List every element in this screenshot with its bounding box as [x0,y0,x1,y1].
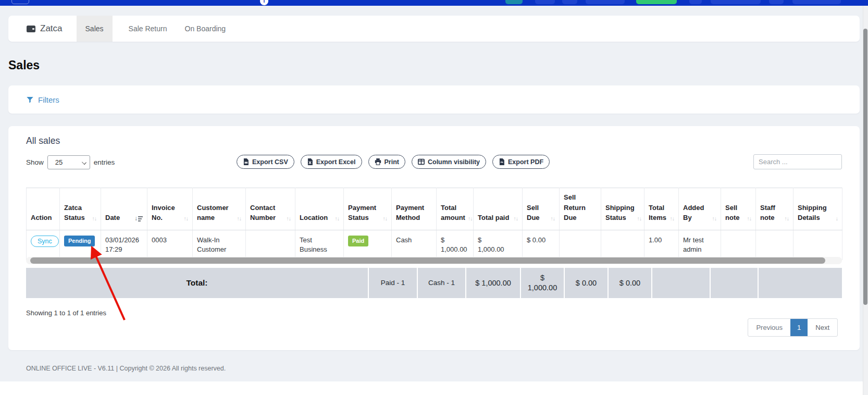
vertical-scrollbar-thumb[interactable] [863,29,867,305]
col-contact-number[interactable]: Contact Number↑↓ [246,188,295,230]
brand-zatca: Zatca [8,16,77,42]
bottom-strip [0,381,868,395]
total-amount: $ 1,000.00 [466,268,521,298]
printer-icon [375,158,381,165]
sort-icon: ↑↓ [747,215,752,223]
col-total-items[interactable]: Total Items↑↓ [644,188,679,230]
col-payment-method: Payment Method [392,188,437,230]
col-staff-note[interactable]: Staff note↑↓ [756,188,793,230]
table-header-row: Action Zatca Status↑↓ Date↓ Invoice No.↑… [27,188,842,230]
col-zatca-status[interactable]: Zatca Status↑↓ [60,188,101,230]
footer-copyright: ONLINE OFFICE LIVE - V6.11 | Copyright ©… [26,365,226,372]
total-sell-return-due: $ 0.00 [609,268,652,298]
file-pdf-icon [499,158,505,165]
cell-contact-number [246,230,295,260]
top-navbar: i [0,0,868,6]
entries-summary: Showing 1 to 1 of 1 entries [26,309,106,317]
horizontal-scrollbar-thumb[interactable] [30,257,825,264]
col-sell-note[interactable]: Sell note↑↓ [721,188,756,230]
col-shipping-details[interactable]: Shipping Details↓ [793,188,842,230]
total-empty-cell [652,268,711,298]
navbar-button-fragment[interactable] [689,0,702,4]
section-title: All sales [26,135,60,146]
table-controls: Show 25 entries Export CSV Export Excel … [26,153,842,172]
col-customer-name[interactable]: Customer name↑↓ [193,188,246,230]
total-empty-cell [759,268,839,298]
export-excel-button[interactable]: Export Excel [301,155,362,169]
col-added-by[interactable]: Added By↑↓ [679,188,721,230]
cell-added-by: Mr test admin [679,230,721,260]
cell-sell-return-due [560,230,601,260]
sync-button[interactable]: Sync [31,236,59,247]
cell-zatca-status: Pending [60,230,101,260]
page-length-select[interactable]: 25 [47,155,90,169]
sort-icon: ↓ [836,215,838,223]
cell-payment-method: Cash [392,230,437,260]
file-excel-icon [307,158,313,165]
filters-toggle[interactable]: Filters [26,95,59,104]
export-pdf-button[interactable]: Export PDF [492,155,550,169]
cell-invoice-no: 0003 [147,230,193,260]
show-label: Show [26,158,44,166]
tab-bar: Zatca Sales Sale Return On Boarding [8,16,860,42]
table-total-row: Total: Paid - 1 Cash - 1 $ 1,000.00 $ 1,… [26,268,842,298]
sort-icon: ↑↓ [785,215,789,223]
column-visibility-button[interactable]: Column visibility [412,155,486,169]
col-invoice-no[interactable]: Invoice No.↑↓ [147,188,193,230]
total-payment-method: Cash - 1 [418,268,466,298]
page-1-button[interactable]: 1 [790,319,808,336]
sort-icon: ↑↓ [335,215,340,223]
brand-label: Zatca [40,23,63,34]
col-total-amount[interactable]: Total amount↑↓ [437,188,474,230]
col-sell-return-due: Sell Return Due [560,188,601,230]
navbar-button-fragment[interactable] [636,0,677,4]
total-empty-cell [711,268,759,298]
tab-sale-return[interactable]: Sale Return [120,16,176,42]
export-csv-button[interactable]: Export CSV [237,155,294,169]
sort-icon: ↑↓ [551,215,555,223]
cell-total-paid: $ 1,000.00 [474,230,523,260]
navbar-button-fragment[interactable] [11,0,29,4]
horizontal-scrollbar [26,257,842,264]
col-payment-status[interactable]: Payment Status↑↓ [344,188,392,230]
col-total-paid[interactable]: Total paid↑↓ [474,188,523,230]
cell-sell-due: $ 0.00 [523,230,560,260]
info-icon[interactable]: i [260,0,268,5]
search-input[interactable] [753,154,842,169]
print-button[interactable]: Print [368,155,405,169]
navbar-button-fragment[interactable] [586,0,625,4]
cell-location: Test Business [295,230,344,260]
navbar-button-fragment[interactable] [562,0,577,4]
page-title: Sales [8,58,40,72]
sort-desc-icon: ↓ [134,214,143,223]
sort-icon: ↑↓ [637,215,642,223]
total-paid: $ 1,000.00 [521,268,565,298]
sort-icon: ↑↓ [670,215,675,223]
sort-icon: ↑↓ [468,215,473,223]
next-button[interactable]: Next [808,319,837,336]
tab-sales[interactable]: Sales [77,16,113,42]
tab-on-boarding[interactable]: On Boarding [176,16,235,42]
previous-button[interactable]: Previous [748,319,790,336]
navbar-button-fragment[interactable] [711,0,761,4]
cell-action: Sync [27,230,60,260]
col-shipping-status[interactable]: Shipping Status↑↓ [601,188,644,230]
col-date[interactable]: Date↓ [101,188,147,230]
sort-icon: ↑↓ [514,215,518,223]
col-sell-due[interactable]: Sell Due↑↓ [523,188,560,230]
navbar-button-fragment[interactable] [505,0,523,4]
wallet-icon [27,24,35,33]
status-badge-pending: Pending [64,236,95,247]
filters-panel: Filters [8,85,860,114]
cell-staff-note [756,230,793,260]
sort-icon: ↑↓ [712,215,717,223]
page-length-control: Show 25 entries [26,155,115,169]
col-location[interactable]: Location↑↓ [295,188,344,230]
navbar-button-fragment[interactable] [769,0,784,4]
navbar-button-fragment[interactable] [792,0,841,4]
navbar-button-fragment[interactable] [535,0,555,4]
sort-icon: ↑↓ [383,215,388,223]
filter-icon [26,96,34,104]
file-csv-icon [243,158,249,165]
sort-icon: ↑↓ [184,215,189,223]
